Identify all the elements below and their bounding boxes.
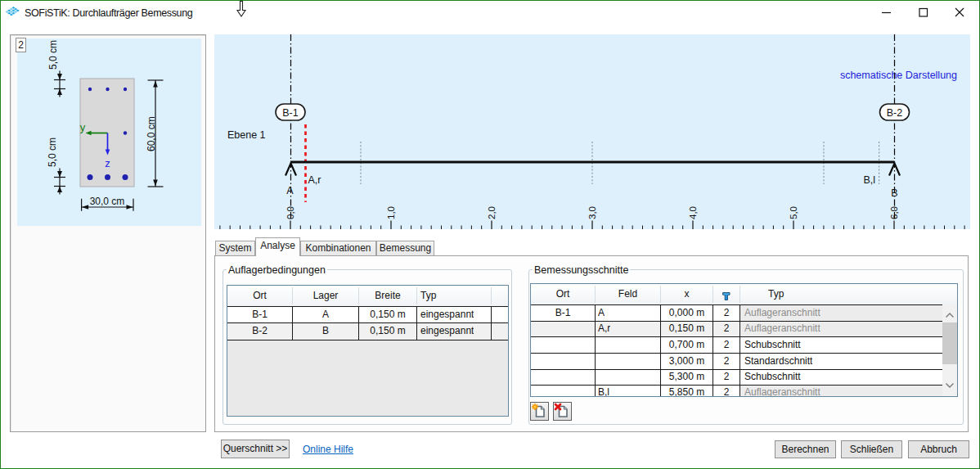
svg-text:A,r: A,r xyxy=(308,174,321,186)
svg-text:5,0 cm: 5,0 cm xyxy=(47,40,59,70)
svg-text:schematische Darstellung: schematische Darstellung xyxy=(840,70,957,81)
svg-text:Ebene 1: Ebene 1 xyxy=(227,129,266,141)
svg-text:4,0: 4,0 xyxy=(688,206,698,219)
svg-text:B,l: B,l xyxy=(863,174,875,186)
svg-text:5,0: 5,0 xyxy=(789,206,798,219)
svg-text:1,0: 1,0 xyxy=(386,206,396,219)
svg-text:A: A xyxy=(286,185,294,196)
svg-text:3,0: 3,0 xyxy=(587,206,597,219)
svg-text:B-2: B-2 xyxy=(887,107,903,119)
svg-text:z: z xyxy=(105,157,110,169)
svg-text:5,0 cm: 5,0 cm xyxy=(47,138,58,167)
svg-text:0,0: 0,0 xyxy=(285,206,295,219)
svg-text:y: y xyxy=(80,121,86,133)
svg-text:B-1: B-1 xyxy=(282,107,299,119)
svg-text:60,0 cm: 60,0 cm xyxy=(146,116,157,151)
svg-text:B: B xyxy=(891,187,897,199)
svg-text:30,0 cm: 30,0 cm xyxy=(90,196,125,207)
svg-text:2,0: 2,0 xyxy=(487,206,497,219)
svg-text:6,0: 6,0 xyxy=(889,206,899,219)
